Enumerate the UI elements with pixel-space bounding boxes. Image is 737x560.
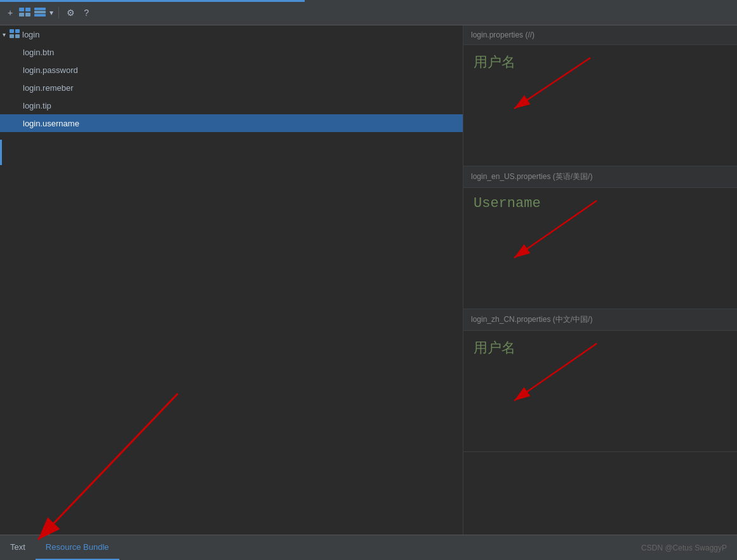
toolbar-divider (58, 7, 59, 18)
tree-item-label: login.remeber (23, 83, 74, 93)
svg-rect-6 (34, 14, 46, 17)
svg-rect-9 (15, 29, 20, 33)
arrow-annotation-1 (501, 51, 603, 128)
left-accent (0, 140, 2, 165)
svg-rect-5 (34, 11, 46, 13)
progress-bar (0, 0, 305, 2)
bundle-icon-btn[interactable] (19, 8, 30, 18)
properties-header-default: login.properties (//) (463, 25, 737, 45)
properties-block-en: login_en_US.properties (英语/美国/) Username (463, 166, 737, 309)
tab-text[interactable]: Text (0, 535, 36, 560)
dropdown-arrow[interactable]: ▾ (50, 8, 53, 17)
properties-header-zh-label: login_zh_CN.properties (中文/中国/) (471, 315, 592, 324)
tree-item-label-selected: login.username (23, 119, 79, 128)
svg-line-14 (514, 201, 597, 258)
tree-item-password[interactable]: login.password (0, 61, 463, 79)
main-layout: ▾ login login.btn login.password login.r… (0, 25, 737, 535)
left-panel: ▾ login login.btn login.password login.r… (0, 25, 463, 535)
toolbar: + ▾ ⚙ ? (0, 0, 737, 25)
tree-root-label: login (22, 30, 39, 39)
properties-header-en: login_en_US.properties (英语/美国/) (463, 166, 737, 188)
bundle-toolbar-icon (19, 8, 30, 17)
collapse-arrow: ▾ (3, 31, 6, 38)
bundle-icon-svg (10, 29, 20, 38)
svg-rect-8 (10, 34, 14, 38)
tree-item-remeber[interactable]: login.remeber (0, 79, 463, 97)
svg-line-16 (514, 343, 597, 401)
properties-block-zh: login_zh_CN.properties (中文/中国/) 用户名 (463, 309, 737, 452)
settings-button[interactable]: ⚙ (64, 6, 77, 19)
bundle-icon-btn2[interactable] (34, 8, 46, 18)
tab-resource-bundle[interactable]: Resource Bundle (36, 535, 119, 560)
tree-item-label: login.tip (23, 101, 51, 110)
plus-icon: + (8, 8, 13, 18)
svg-rect-10 (15, 34, 20, 38)
bundle-toolbar-icon2 (34, 8, 46, 17)
bundle-icon (10, 29, 20, 40)
svg-rect-0 (19, 8, 24, 11)
properties-content-default: 用户名 (463, 45, 737, 166)
svg-rect-4 (34, 8, 46, 10)
tree-root-login[interactable]: ▾ login (0, 25, 463, 43)
arrow-annotation-3 (501, 337, 603, 420)
tree-item-username[interactable]: login.username (0, 114, 463, 132)
svg-rect-7 (10, 29, 14, 33)
properties-block-default: login.properties (//) 用户名 (463, 25, 737, 166)
properties-header-en-label: login_en_US.properties (英语/美国/) (471, 172, 592, 181)
svg-rect-2 (25, 8, 30, 11)
question-icon: ? (84, 8, 89, 18)
add-button[interactable]: + (5, 6, 15, 19)
tree-item-btn[interactable]: login.btn (0, 43, 463, 61)
svg-line-12 (514, 58, 590, 109)
tree-item-tip[interactable]: login.tip (0, 97, 463, 114)
svg-rect-1 (19, 13, 24, 17)
svg-rect-3 (25, 13, 30, 17)
tree-children: login.btn login.password login.remeber l… (0, 43, 463, 132)
tab-resource-bundle-label: Resource Bundle (46, 542, 109, 552)
properties-content-en: Username (463, 188, 737, 309)
tree-item-label: login.btn (23, 48, 54, 57)
arrow-annotation-2 (501, 194, 603, 277)
help-button[interactable]: ? (81, 6, 91, 19)
properties-header-label: login.properties (//) (471, 30, 534, 39)
bottom-bar: Text Resource Bundle CSDN @Cetus SwaggyP (0, 535, 737, 560)
properties-content-zh: 用户名 (463, 331, 737, 451)
watermark-text: CSDN @Cetus SwaggyP (641, 543, 727, 552)
tree-item-label: login.password (23, 65, 78, 75)
tab-text-label: Text (10, 542, 25, 552)
gear-icon: ⚙ (67, 8, 75, 18)
properties-header-zh: login_zh_CN.properties (中文/中国/) (463, 309, 737, 331)
right-panel: login.properties (//) 用户名 login_en_US.p (463, 25, 737, 535)
